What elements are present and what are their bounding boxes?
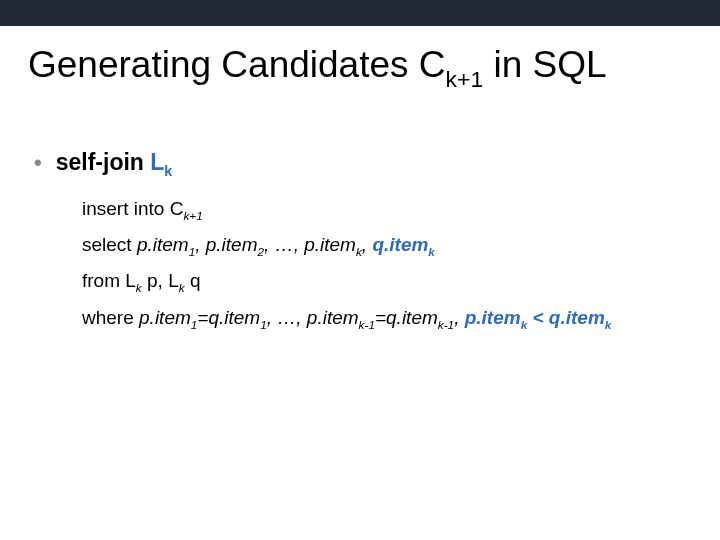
- sql-l1-sub: k+1: [183, 209, 202, 222]
- sql-l4h: < q.item: [527, 307, 605, 328]
- sql-insert-line: insert into Ck+1: [82, 191, 720, 227]
- slide-title: Generating Candidates Ck+1 in SQL: [28, 44, 720, 91]
- sql-l3b: p, L: [142, 270, 179, 291]
- sql-l3a: from L: [82, 270, 136, 291]
- sql-l4b: p.item: [139, 307, 191, 328]
- bullet-L-sub: k: [164, 163, 172, 179]
- title-pre: Generating Candidates C: [28, 44, 446, 85]
- sql-l3c: q: [185, 270, 201, 291]
- sql-l4f: ,: [454, 307, 465, 328]
- sql-l2f: q.item: [372, 234, 428, 255]
- sql-l4ds: k-1: [359, 317, 375, 330]
- sql-l4e: =q.item: [375, 307, 438, 328]
- sql-l2b: p.item: [137, 234, 189, 255]
- sql-l2a: select: [82, 234, 137, 255]
- slide-body: • self-join Lk insert into Ck+1 select p…: [34, 149, 720, 335]
- sql-l2c: , p.item: [195, 234, 257, 255]
- slide: Generating Candidates Ck+1 in SQL • self…: [0, 0, 720, 540]
- sql-block: insert into Ck+1 select p.item1, p.item2…: [82, 191, 720, 336]
- top-bar: [0, 0, 720, 26]
- bullet-L: L: [150, 149, 164, 175]
- sql-select-line: select p.item1, p.item2, …, p.itemk, q.i…: [82, 227, 720, 263]
- sql-l4es: k-1: [438, 317, 454, 330]
- bullet-dot-icon: •: [34, 152, 42, 174]
- sql-l4hs: k: [605, 317, 612, 330]
- sql-l4a: where: [82, 307, 139, 328]
- sql-l2fs: k: [428, 245, 435, 258]
- sql-l4d: , …, p.item: [267, 307, 359, 328]
- bullet-pre: self-join: [56, 149, 151, 175]
- sql-l4g: p.item: [465, 307, 521, 328]
- bullet-selfjoin: • self-join Lk: [34, 149, 720, 179]
- sql-l1a: insert into C: [82, 198, 183, 219]
- sql-where-line: where p.item1=q.item1, …, p.itemk-1=q.it…: [82, 300, 720, 336]
- sql-l2d: , …, p.item: [264, 234, 356, 255]
- sql-l2e: ,: [362, 234, 373, 255]
- title-post: in SQL: [483, 44, 606, 85]
- sql-l4c: =q.item: [197, 307, 260, 328]
- title-sub: k+1: [446, 66, 484, 92]
- bullet-text: self-join Lk: [56, 149, 173, 179]
- sql-from-line: from Lk p, Lk q: [82, 263, 720, 299]
